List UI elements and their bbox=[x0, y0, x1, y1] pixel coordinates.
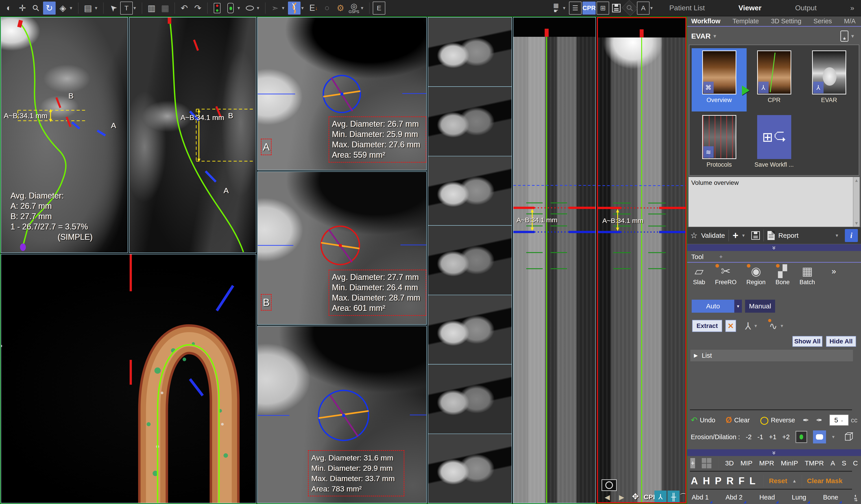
orient-f-button[interactable]: F bbox=[739, 475, 744, 487]
vessel-tree-icon[interactable]: ⅄ bbox=[745, 320, 751, 332]
tabs-overflow-chevron[interactable]: » bbox=[850, 4, 854, 12]
bookmark-star-icon[interactable]: ★ bbox=[840, 30, 848, 42]
ring-tool-icon[interactable]: ○ bbox=[321, 2, 333, 15]
contrast-icon[interactable]: ◐ bbox=[3, 2, 15, 15]
volume-rotate-icon[interactable]: ◈ bbox=[56, 2, 69, 15]
smoothing-size-select[interactable]: 5⌄ bbox=[829, 414, 849, 426]
measurement-tools-icon[interactable]: ⚙ bbox=[334, 2, 347, 15]
tool-add-button[interactable]: + bbox=[719, 253, 723, 260]
series-list-icon[interactable]: ☰ bbox=[569, 2, 582, 15]
orient-l-button[interactable]: L bbox=[750, 475, 755, 487]
preset-head-button[interactable]: Head bbox=[758, 492, 779, 503]
zoom-icon[interactable]: ⚲ bbox=[27, 0, 45, 17]
tab-output[interactable]: Output bbox=[795, 4, 817, 12]
tab-workflow[interactable]: Workflow bbox=[691, 17, 720, 25]
centerline-caret-icon[interactable]: ▾ bbox=[781, 323, 786, 329]
mode-s-button[interactable]: S bbox=[842, 459, 846, 467]
show-all-button[interactable]: Show All bbox=[792, 336, 822, 347]
gsps-caret-icon[interactable]: ▾ bbox=[361, 5, 366, 11]
orient-p-button[interactable]: P bbox=[715, 475, 722, 487]
strip-slice-4[interactable] bbox=[428, 226, 511, 295]
layout-caret-icon[interactable]: ▾ bbox=[563, 5, 568, 11]
e-document-icon[interactable]: E bbox=[373, 2, 385, 15]
sagittal-panel-2[interactable]: B A A~B:34.1 mm bbox=[129, 17, 256, 253]
validate-button[interactable]: Validate bbox=[701, 232, 725, 239]
vessel-tree-toggle-icon[interactable]: ⅄ bbox=[654, 491, 667, 503]
rotate-arc-icon[interactable]: ⌒ bbox=[680, 492, 686, 502]
gsps-icon[interactable]: ◎GSPS bbox=[347, 2, 360, 15]
layout-grid-icon[interactable]: ▦ bbox=[159, 2, 172, 15]
redo-icon[interactable]: ↷ bbox=[192, 2, 204, 15]
tab-series[interactable]: Series bbox=[814, 17, 832, 25]
axial-panel-c[interactable]: Avg. Diameter: 31.6 mm Min. Diameter: 29… bbox=[257, 326, 427, 503]
mask-undo-button[interactable]: Undo bbox=[700, 417, 715, 424]
report-button[interactable]: Report bbox=[778, 232, 798, 239]
mask-reverse-button[interactable]: Reverse bbox=[771, 417, 795, 424]
mode-tmpr-button[interactable]: TMPR bbox=[805, 459, 824, 467]
preset-caret-icon[interactable]: ▾ bbox=[237, 5, 243, 11]
report-caret-icon[interactable]: ▾ bbox=[836, 233, 841, 239]
text-caret-icon[interactable]: ▾ bbox=[134, 5, 139, 11]
scroll-down-icon[interactable]: ▼ bbox=[854, 221, 859, 226]
collapse-bar-top[interactable]: » bbox=[687, 244, 861, 251]
layout-hand-icon[interactable]: ▦☛ bbox=[550, 2, 562, 15]
probe-caret-icon[interactable]: ▾ bbox=[282, 5, 287, 11]
search-document-icon[interactable]: ⚲ bbox=[624, 2, 636, 15]
orient-h-button[interactable]: H bbox=[703, 475, 710, 487]
thumbnail-protocols[interactable]: ≋ Protocols bbox=[692, 113, 747, 176]
tab-3d-setting[interactable]: 3D Setting bbox=[771, 17, 801, 25]
mode-c-button[interactable]: C bbox=[853, 459, 858, 467]
mode-minip-button[interactable]: MinIP bbox=[781, 459, 798, 467]
text-annotation-icon[interactable]: T bbox=[120, 2, 133, 15]
rotate-icon[interactable]: ↻ bbox=[43, 2, 56, 15]
capsule-preset-icon[interactable] bbox=[224, 2, 237, 15]
bookmark-caret-icon[interactable]: ▾ bbox=[851, 33, 857, 39]
strip-slice-2[interactable] bbox=[428, 87, 511, 156]
page-next-icon[interactable]: ▶ bbox=[619, 493, 624, 501]
volume-rotate-caret-icon[interactable]: ▾ bbox=[70, 5, 75, 11]
mode-a-button[interactable]: A bbox=[831, 459, 835, 467]
mask-view-icon[interactable] bbox=[795, 431, 807, 443]
hide-all-button[interactable]: Hide All bbox=[826, 336, 856, 347]
workflow-select[interactable]: EVAR bbox=[691, 32, 711, 40]
tab-ma[interactable]: M/A bbox=[844, 17, 856, 25]
workflow-caret-icon[interactable]: ▾ bbox=[714, 33, 719, 39]
mode-mip-button[interactable]: MIP bbox=[741, 459, 752, 467]
strip-slice-6[interactable] bbox=[428, 365, 511, 434]
tool-bone[interactable]: ▞ Bone bbox=[776, 263, 790, 286]
tool-freero[interactable]: ✂ FreeRO bbox=[715, 263, 737, 286]
volume-note-box[interactable]: Volume overview ▲ ▼ bbox=[688, 177, 860, 227]
single-view-icon[interactable]: + bbox=[690, 458, 695, 468]
sagittal-panel-1[interactable]: B A A~B:34.1 mm Avg. Diameter: A: 26.7 m… bbox=[1, 17, 128, 253]
note-scrollbar[interactable]: ▲ ▼ bbox=[853, 177, 860, 227]
tab-template[interactable]: Template bbox=[733, 17, 759, 25]
info-button[interactable]: i bbox=[845, 229, 858, 242]
collapse-bar-bottom[interactable]: » bbox=[687, 449, 861, 456]
vessel-caret-icon[interactable]: ▾ bbox=[301, 5, 306, 11]
tool-batch[interactable]: ▦ Batch bbox=[800, 263, 815, 286]
add-caret-icon[interactable]: ▾ bbox=[742, 233, 748, 239]
clear-mask-button[interactable]: Clear Mask bbox=[807, 477, 843, 485]
vessel-align-toggle-icon[interactable]: ╫ bbox=[668, 491, 680, 503]
orient-r-button[interactable]: R bbox=[726, 475, 734, 487]
pointer-icon[interactable]: ➤ bbox=[104, 0, 122, 17]
thumbnail-cpr[interactable]: ⅄ CPR bbox=[747, 48, 802, 111]
strip-slice-5[interactable] bbox=[428, 295, 511, 365]
measure-caret-icon[interactable]: ▾ bbox=[95, 5, 100, 11]
reset-caret-up-icon[interactable]: ▲ bbox=[792, 478, 797, 483]
manual-button[interactable]: Manual bbox=[745, 300, 775, 313]
vessel-track-icon[interactable] bbox=[288, 2, 301, 15]
cpr-panel-1[interactable]: A~B:34.1 mm bbox=[513, 17, 596, 503]
oval-roi-icon[interactable] bbox=[244, 2, 256, 15]
preset-abd1-button[interactable]: Abd 1 bbox=[690, 492, 713, 503]
strip-slice-3[interactable] bbox=[428, 156, 511, 226]
erode-2-button[interactable]: -2 bbox=[746, 433, 752, 441]
snapshot-camera-icon[interactable] bbox=[602, 479, 617, 491]
brush-tool-icon[interactable]: ✒ bbox=[816, 416, 822, 425]
cancel-extract-button[interactable]: ✕ bbox=[725, 320, 736, 332]
reset-button[interactable]: Reset bbox=[769, 477, 787, 485]
thumbnail-save-workflow[interactable]: ⊞⮎ Save Workfl ... bbox=[747, 113, 802, 176]
mode-mpr-button[interactable]: MPR bbox=[759, 459, 774, 467]
layout-rows-icon[interactable]: ▥ bbox=[145, 2, 158, 15]
tab-patient-list[interactable]: Patient List bbox=[669, 4, 705, 12]
